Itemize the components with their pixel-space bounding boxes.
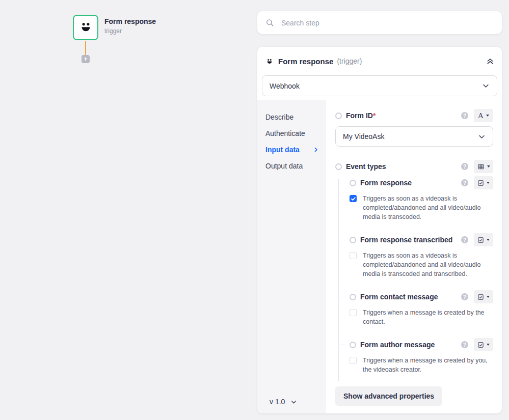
step-sidebar: Describe Authenticate Input data Output … bbox=[257, 100, 326, 413]
event-type-dropdown[interactable] bbox=[474, 338, 493, 351]
caret-down-icon bbox=[486, 115, 489, 117]
sidebar-item-output-data[interactable]: Output data bbox=[257, 158, 326, 174]
field-status-circle bbox=[335, 113, 342, 119]
caret-down-icon bbox=[487, 182, 490, 184]
connection-select[interactable]: Webhook bbox=[262, 75, 497, 96]
field-status-circle bbox=[350, 237, 356, 243]
form-id-field-row: Form ID* ? A bbox=[335, 109, 493, 122]
form-id-select[interactable]: My VideoAsk bbox=[335, 126, 493, 147]
help-icon[interactable]: ? bbox=[461, 163, 468, 170]
event-description: Triggers when a message is created by th… bbox=[363, 308, 489, 326]
sidebar-item-label: Output data bbox=[265, 162, 303, 170]
caret-down-icon bbox=[487, 296, 490, 298]
connector-line bbox=[85, 41, 86, 55]
field-status-circle bbox=[350, 294, 356, 300]
event-types-label: Event types bbox=[346, 162, 386, 171]
collapse-panel-button[interactable] bbox=[486, 57, 494, 65]
help-icon[interactable]: ? bbox=[461, 112, 468, 119]
checkbox-type-icon bbox=[477, 237, 484, 243]
required-marker: * bbox=[373, 111, 376, 120]
help-icon[interactable]: ? bbox=[461, 293, 468, 300]
show-advanced-properties-button[interactable]: Show advanced properties bbox=[335, 386, 442, 406]
sidebar-item-label: Describe bbox=[265, 113, 293, 121]
caret-down-icon bbox=[487, 165, 490, 167]
checkbox-type-icon bbox=[477, 294, 484, 300]
panel-title-badge: (trigger) bbox=[337, 57, 362, 65]
event-label: Form author message bbox=[360, 341, 435, 349]
event-desc-row: Triggers when a message is created by th… bbox=[335, 308, 493, 326]
checkbox-type-icon bbox=[477, 180, 484, 186]
node-title: Form response bbox=[104, 17, 156, 25]
sidebar-item-describe[interactable]: Describe bbox=[257, 109, 326, 125]
event-types-field-row: Event types ? bbox=[335, 160, 493, 173]
help-icon[interactable]: ? bbox=[461, 179, 468, 186]
event-row-form-response-transcribed: Form response transcribed ? bbox=[335, 233, 493, 246]
node-subtitle: trigger bbox=[104, 27, 122, 35]
videoask-smiley-icon bbox=[79, 20, 93, 36]
help-icon[interactable]: ? bbox=[461, 236, 468, 243]
chevron-right-icon bbox=[313, 147, 319, 153]
search-input[interactable]: Search step bbox=[281, 19, 319, 27]
event-type-dropdown[interactable] bbox=[474, 290, 493, 303]
event-row-form-author-message: Form author message ? bbox=[335, 338, 493, 351]
text-type-icon: A bbox=[478, 112, 484, 120]
input-data-form: Form ID* ? A My VideoAsk Event types bbox=[326, 100, 502, 413]
help-icon[interactable]: ? bbox=[461, 341, 468, 348]
double-chevron-up-icon bbox=[486, 57, 494, 65]
field-status-circle bbox=[350, 180, 356, 186]
step-config-panel: Form response (trigger) Webhook Describe… bbox=[257, 47, 502, 413]
event-label: Form contact message bbox=[360, 293, 438, 301]
add-step-button[interactable]: + bbox=[82, 55, 90, 63]
event-row-form-response: Form response ? bbox=[335, 176, 493, 189]
event-checkbox[interactable] bbox=[350, 252, 357, 259]
event-description: Triggers when a message is created by yo… bbox=[363, 356, 489, 374]
event-label: Form response bbox=[360, 179, 412, 187]
event-types-type-dropdown[interactable] bbox=[474, 160, 493, 173]
event-description: Triggers as soon as a videoask is comple… bbox=[363, 251, 489, 278]
form-id-label: Form ID* bbox=[346, 111, 376, 120]
search-icon bbox=[265, 18, 274, 27]
event-checkbox[interactable] bbox=[350, 195, 357, 202]
chevron-down-icon bbox=[482, 82, 490, 90]
event-label: Form response transcribed bbox=[360, 236, 452, 244]
event-type-dropdown[interactable] bbox=[474, 176, 493, 189]
sidebar-item-input-data[interactable]: Input data bbox=[257, 142, 326, 158]
panel-header: Form response (trigger) bbox=[257, 47, 502, 75]
chevron-down-icon bbox=[478, 133, 486, 141]
videoask-smiley-icon-small bbox=[266, 58, 273, 65]
sidebar-item-label: Authenticate bbox=[265, 129, 305, 137]
table-type-icon bbox=[477, 163, 485, 170]
sidebar-item-label: Input data bbox=[265, 146, 300, 154]
connection-select-value: Webhook bbox=[270, 82, 300, 90]
checkbox-type-icon bbox=[477, 342, 484, 348]
version-selector[interactable]: v 1.0 bbox=[270, 398, 297, 406]
event-checkbox[interactable] bbox=[350, 309, 357, 316]
event-types-tree: Form response ? bbox=[335, 176, 493, 374]
event-type-dropdown[interactable] bbox=[474, 233, 493, 246]
event-checkbox[interactable] bbox=[350, 357, 357, 364]
trigger-node[interactable] bbox=[73, 15, 98, 40]
form-id-type-dropdown[interactable]: A bbox=[474, 109, 493, 122]
caret-down-icon bbox=[487, 239, 490, 241]
field-status-circle bbox=[335, 163, 342, 170]
version-label: v 1.0 bbox=[270, 398, 285, 406]
panel-title: Form response bbox=[278, 57, 333, 66]
search-step-bar[interactable]: Search step bbox=[257, 11, 502, 34]
caret-down-icon bbox=[487, 344, 490, 346]
chevron-down-icon bbox=[290, 399, 297, 405]
field-status-circle bbox=[350, 342, 356, 348]
event-row-form-contact-message: Form contact message ? bbox=[335, 290, 493, 303]
event-description: Triggers as soon as a videoask is comple… bbox=[363, 194, 489, 221]
sidebar-item-authenticate[interactable]: Authenticate bbox=[257, 125, 326, 142]
event-desc-row: Triggers as soon as a videoask is comple… bbox=[335, 251, 493, 278]
event-desc-row: Triggers when a message is created by yo… bbox=[335, 356, 493, 374]
event-desc-row: Triggers as soon as a videoask is comple… bbox=[335, 194, 493, 221]
form-id-select-value: My VideoAsk bbox=[343, 132, 384, 141]
